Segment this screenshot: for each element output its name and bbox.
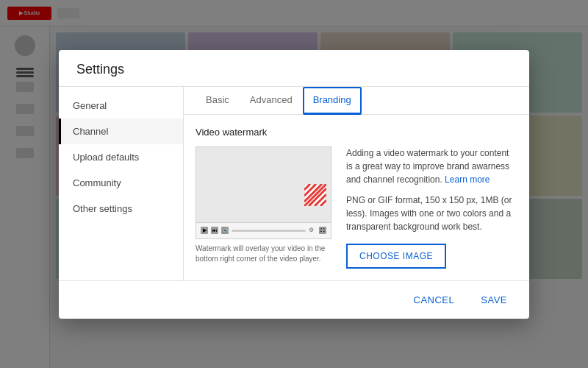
nav-item-other-settings[interactable]: Other settings [59, 196, 183, 222]
volume-icon: 🔊 [221, 227, 229, 234]
section-title: Video watermark [196, 127, 517, 138]
nav-item-general[interactable]: General [59, 93, 183, 118]
settings-dialog: Settings General Channel Upload defaults… [59, 50, 529, 319]
progress-bar [232, 230, 306, 232]
nav-item-channel[interactable]: Channel [59, 118, 183, 144]
video-player-box [196, 146, 331, 223]
info-format: PNG or GIF format, 150 x 150 px, 1MB (or… [346, 194, 517, 233]
dialog-title: Settings [76, 62, 124, 77]
settings-nav: General Channel Upload defaults Communit… [59, 87, 184, 280]
dialog-footer: CANCEL SAVE [59, 280, 529, 319]
watermark-info: Adding a video watermark to your content… [346, 146, 517, 269]
fullscreen-icon: ⛶ [319, 227, 326, 234]
tab-advanced[interactable]: Advanced [240, 87, 303, 115]
watermark-icon [304, 184, 326, 206]
video-preview: ▶ ⏭ 🔊 ⚙ ⛶ Watermark will overlay your vi… [196, 146, 331, 269]
settings-icon: ⚙ [309, 227, 316, 234]
tab-content-branding: Video watermark [184, 115, 529, 280]
dialog-body: General Channel Upload defaults Communit… [59, 87, 529, 280]
play-icon: ▶ [201, 227, 208, 234]
modal-backdrop: Settings General Channel Upload defaults… [0, 0, 588, 368]
info-description: Adding a video watermark to your content… [346, 146, 517, 186]
player-controls: ▶ ⏭ 🔊 ⚙ ⛶ [196, 223, 331, 239]
save-button[interactable]: SAVE [473, 290, 514, 310]
watermark-section: ▶ ⏭ 🔊 ⚙ ⛶ Watermark will overlay your vi… [196, 146, 517, 269]
skip-icon: ⏭ [211, 227, 218, 234]
dialog-header: Settings [59, 50, 529, 87]
tab-branding[interactable]: Branding [303, 87, 362, 115]
choose-image-button[interactable]: CHOOSE IMAGE [346, 244, 446, 269]
tabs-row: Basic Advanced Branding [184, 87, 529, 115]
settings-content: Basic Advanced Branding Video watermark [184, 87, 529, 280]
learn-more-link[interactable]: Learn more [445, 174, 490, 185]
nav-item-community[interactable]: Community [59, 170, 183, 196]
tab-basic[interactable]: Basic [196, 87, 240, 115]
cancel-button[interactable]: CANCEL [406, 290, 462, 310]
video-caption: Watermark will overlay your video in the… [196, 244, 331, 264]
nav-item-upload-defaults[interactable]: Upload defaults [59, 144, 183, 170]
